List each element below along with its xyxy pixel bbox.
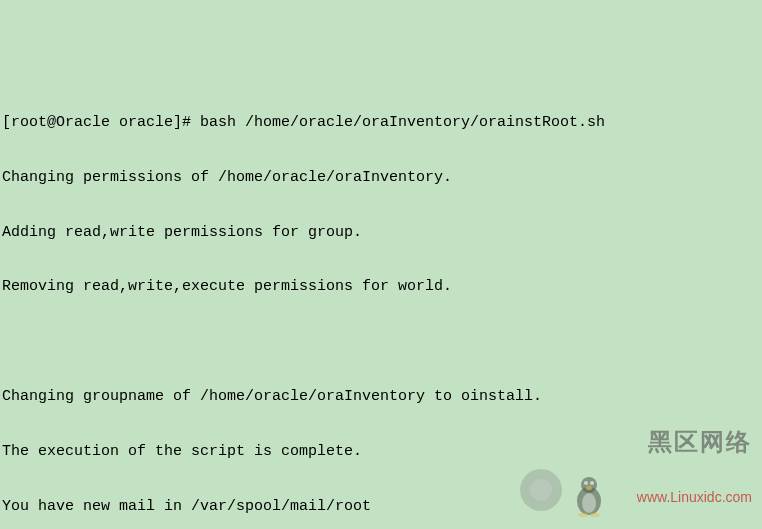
penguin-icon [571,475,607,517]
watermark-title: 黑区网络 [637,427,752,456]
mascot-icon [520,469,562,511]
terminal-line [2,333,760,351]
svg-point-3 [584,481,588,485]
svg-point-6 [578,513,588,517]
svg-point-5 [586,486,592,490]
watermark-url: www.Linuxidc.com [637,489,752,506]
svg-point-2 [581,477,597,493]
terminal-line: Changing permissions of /home/oracle/ora… [2,169,760,187]
svg-point-1 [582,493,596,513]
watermark: 黑区网络 www.Linuxidc.com [637,390,752,524]
terminal-line: Removing read,write,execute permissions … [2,278,760,296]
terminal-line: Adding read,write permissions for group. [2,224,760,242]
svg-point-7 [590,513,600,517]
svg-point-4 [590,481,594,485]
terminal-line: [root@Oracle oracle]# bash /home/oracle/… [2,114,760,132]
